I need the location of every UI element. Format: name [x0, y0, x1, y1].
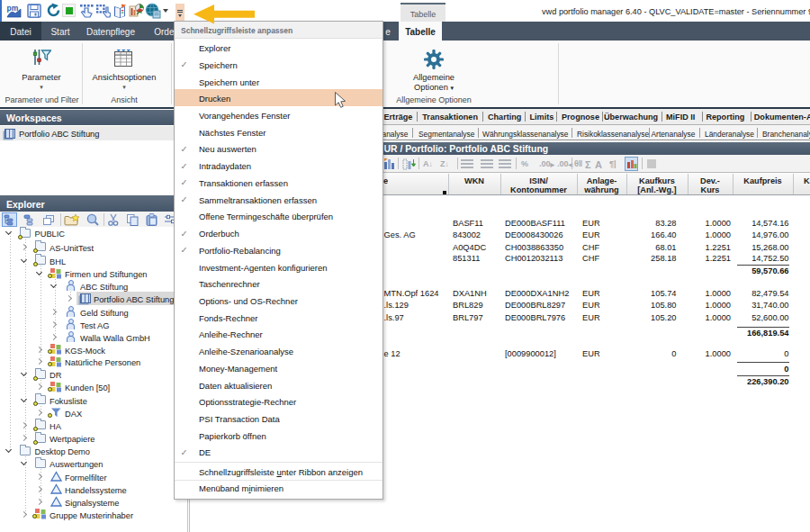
svg-text:pm: pm [7, 4, 19, 13]
